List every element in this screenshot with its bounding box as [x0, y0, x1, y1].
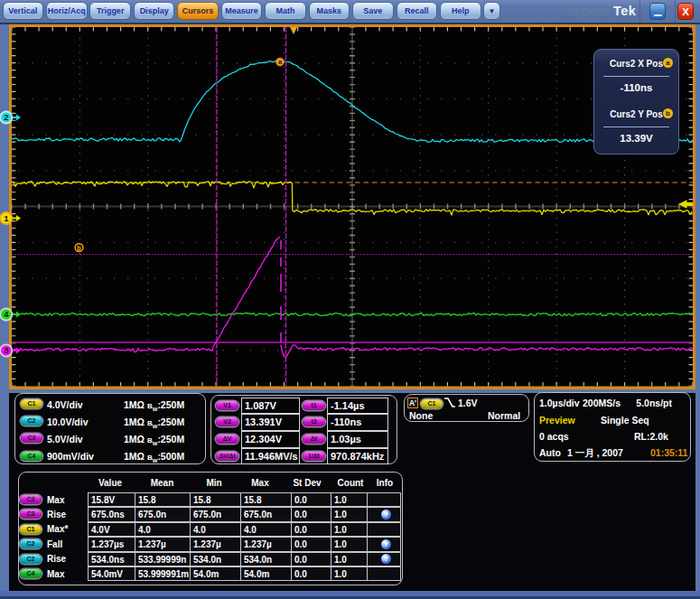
- svg-text:3: 3: [4, 345, 8, 355]
- svg-text:4: 4: [4, 309, 9, 319]
- svg-text:1: 1: [4, 213, 9, 223]
- svg-text:2: 2: [4, 112, 8, 122]
- svg-text:b: b: [77, 245, 80, 251]
